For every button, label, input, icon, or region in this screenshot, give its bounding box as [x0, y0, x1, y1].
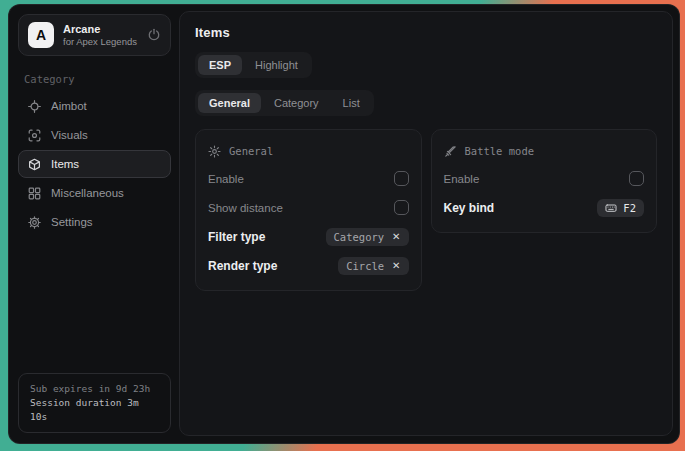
filter-type-select[interactable]: Category ✕	[326, 228, 409, 246]
battle-enable-checkbox[interactable]	[629, 171, 644, 186]
sidebar-item-miscellaneous[interactable]: Miscellaneous	[18, 179, 171, 207]
setting-label: Filter type	[208, 230, 265, 244]
sidebar-item-aimbot[interactable]: Aimbot	[18, 92, 171, 120]
panel-title: General	[229, 145, 273, 157]
setting-row-enable: Enable	[208, 166, 409, 191]
sidebar-item-label: Settings	[51, 216, 93, 228]
setting-row-enable: Enable	[444, 166, 645, 191]
general-settings-panel: General Enable Show distance Filter type…	[195, 129, 422, 291]
sun-icon	[208, 145, 221, 158]
main-panel: Items ESP Highlight General Category Lis…	[179, 11, 673, 436]
tab-list[interactable]: List	[332, 93, 371, 113]
setting-row-filter-type: Filter type Category ✕	[208, 224, 409, 249]
setting-row-key-bind: Key bind F2	[444, 195, 645, 220]
app-subtitle: for Apex Legends	[63, 36, 138, 48]
keyboard-icon	[605, 202, 617, 214]
sidebar-item-label: Visuals	[51, 129, 88, 141]
show-distance-checkbox[interactable]	[394, 200, 409, 215]
setting-label: Show distance	[208, 202, 283, 214]
category-section-label: Category	[24, 73, 165, 85]
page-title: Items	[195, 25, 657, 40]
key-bind-button[interactable]: F2	[597, 199, 644, 217]
sword-icon	[444, 145, 457, 158]
tab-esp[interactable]: ESP	[198, 55, 242, 75]
battle-mode-panel: Battle mode Enable Key bind	[431, 129, 658, 233]
crosshair-icon	[28, 100, 41, 113]
scan-eye-icon	[28, 129, 41, 142]
power-button[interactable]	[147, 28, 161, 42]
sidebar-item-label: Aimbot	[51, 100, 87, 112]
app-logo: A	[28, 22, 54, 48]
grid-icon	[28, 187, 41, 200]
setting-label: Key bind	[444, 201, 495, 215]
subscription-info-card: Sub expires in 9d 23h Session duration 3…	[18, 373, 171, 433]
setting-row-render-type: Render type Circle ✕	[208, 253, 409, 278]
setting-row-show-distance: Show distance	[208, 195, 409, 220]
view-tabbar: General Category List	[195, 90, 374, 116]
sidebar-item-items[interactable]: Items	[18, 150, 171, 178]
enable-checkbox[interactable]	[394, 171, 409, 186]
sub-expires-text: Sub expires in 9d 23h	[30, 382, 159, 396]
setting-label: Enable	[208, 173, 244, 185]
filter-type-value: Category	[334, 231, 385, 243]
key-bind-value: F2	[623, 202, 636, 214]
setting-label: Render type	[208, 259, 277, 273]
sidebar-item-label: Miscellaneous	[51, 187, 124, 199]
tab-highlight[interactable]: Highlight	[244, 55, 309, 75]
sidebar-item-visuals[interactable]: Visuals	[18, 121, 171, 149]
mode-tabbar: ESP Highlight	[195, 52, 312, 78]
remove-icon[interactable]: ✕	[392, 232, 400, 242]
render-type-value: Circle	[346, 260, 384, 272]
remove-icon[interactable]: ✕	[392, 261, 400, 271]
sidebar-item-settings[interactable]: Settings	[18, 208, 171, 236]
app-window: A Arcane for Apex Legends Category	[8, 4, 680, 444]
power-icon	[147, 28, 161, 42]
session-duration-text: Session duration 3m 10s	[30, 396, 159, 424]
sidebar: A Arcane for Apex Legends Category	[9, 5, 179, 443]
panel-title: Battle mode	[465, 145, 535, 157]
setting-label: Enable	[444, 173, 480, 185]
sidebar-item-label: Items	[51, 158, 79, 170]
tab-category[interactable]: Category	[263, 93, 330, 113]
sidebar-nav: Aimbot Visuals Items	[18, 92, 171, 236]
tab-general[interactable]: General	[198, 93, 261, 113]
render-type-select[interactable]: Circle ✕	[338, 257, 408, 275]
box-icon	[28, 158, 41, 171]
brand-card: A Arcane for Apex Legends	[18, 14, 171, 56]
app-name: Arcane	[63, 23, 138, 36]
gear-icon	[28, 216, 41, 229]
